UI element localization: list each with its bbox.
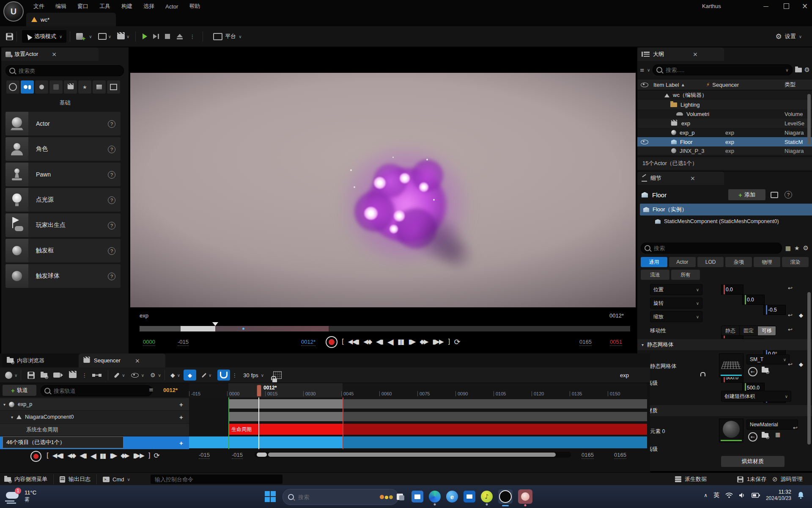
track-search-input[interactable] — [53, 387, 148, 395]
play-icon[interactable] — [143, 33, 147, 39]
fps-dropdown[interactable]: 30 fps ∨ — [243, 372, 264, 378]
scale-dropdown[interactable]: 缩放∨ — [650, 311, 702, 322]
list-item[interactable]: 角色 ? — [5, 137, 121, 161]
place-actor-search[interactable] — [5, 65, 124, 76]
outliner-search[interactable]: ∨ — [653, 64, 792, 75]
browse-to-asset-icon[interactable] — [762, 433, 768, 438]
viewport-time-start[interactable]: 0000 — [143, 339, 155, 345]
content-browser-tab[interactable]: 内容浏览器 — [3, 353, 83, 367]
cinematic-category-icon[interactable] — [64, 80, 77, 94]
table-row[interactable]: wc（编辑器） — [637, 91, 812, 100]
notification-bell-icon[interactable] — [797, 491, 804, 499]
set-end-button[interactable]: ] — [148, 452, 150, 459]
place-actor-tab[interactable]: + 放置Actor × — [1, 47, 99, 61]
eject-icon[interactable] — [177, 34, 183, 39]
list-item[interactable]: Actor ? — [5, 112, 121, 135]
chip-physics[interactable]: 物理 — [754, 257, 780, 267]
table-row[interactable]: Lighting — [637, 100, 812, 109]
clock-widget[interactable]: 11:32 2024/10/23 — [766, 489, 791, 502]
prev-frame-button[interactable]: ◀▮ — [80, 452, 86, 459]
lights-category-icon[interactable] — [35, 80, 48, 94]
add-actor-icon[interactable]: + — [76, 33, 83, 40]
table-row[interactable]: exp_p exp Niagara — [637, 128, 812, 137]
output-log-button[interactable]: 输出日志 — [60, 475, 91, 483]
snap-options-dots-icon[interactable]: ⋮ — [232, 372, 237, 378]
menu-window[interactable]: 窗口 — [72, 3, 94, 10]
view-start-field[interactable]: -015 — [232, 452, 243, 458]
browse-to-asset-icon[interactable] — [762, 368, 768, 373]
filter-icon[interactable]: ≡ — [149, 387, 154, 393]
save-icon[interactable] — [6, 33, 13, 40]
undo-icon[interactable]: ↩ — [788, 285, 793, 291]
blocking-volume-dropdown[interactable]: 创建阻挡体积∨ — [721, 391, 791, 402]
materials-section-header[interactable]: ▾ 材质 — [637, 405, 812, 416]
chevron-down-icon[interactable]: ∨ — [89, 34, 92, 39]
location-z-field[interactable]: -0.5 — [763, 305, 786, 315]
close-icon[interactable]: × — [135, 357, 140, 364]
help-icon[interactable]: ? — [108, 171, 115, 179]
edge-browser-icon[interactable] — [429, 491, 441, 502]
stop-icon[interactable] — [165, 34, 170, 39]
scrub-playhead-marker[interactable] — [212, 322, 218, 326]
play-reverse-button[interactable]: ◀ — [91, 451, 96, 460]
playback-options-icon[interactable]: ⚙ — [150, 372, 156, 378]
next-frame-button[interactable]: ▮▶ — [110, 452, 117, 459]
add-section-button[interactable]: + — [179, 414, 183, 421]
pause-button[interactable]: ▮▮ — [398, 337, 404, 346]
chip-all[interactable]: 所有 — [671, 270, 700, 280]
display-grid-icon[interactable]: ▦ — [785, 245, 791, 251]
filter-icon[interactable]: ≡ — [640, 67, 645, 73]
table-row[interactable]: Volumetri Volume — [637, 109, 812, 119]
undo-icon[interactable]: ↩ — [788, 326, 793, 333]
content-drawer-button[interactable]: 内容侧滑菜单 — [4, 475, 47, 483]
view-end-field[interactable]: 0165 — [582, 452, 594, 458]
details-tab[interactable]: 细节 × — [637, 171, 724, 185]
menu-file[interactable]: 文件 — [28, 3, 50, 10]
start-button[interactable] — [265, 491, 276, 502]
track-row[interactable]: ▾ NiagaraComponent0 + — [0, 411, 189, 423]
outliner-scrollbar[interactable] — [807, 94, 811, 145]
details-search-input[interactable] — [653, 245, 778, 252]
mobility-stationary[interactable]: 固定 — [739, 326, 757, 335]
chip-rendering[interactable]: 渲染 — [782, 257, 809, 267]
scrollbar-cap[interactable] — [257, 453, 267, 457]
add-key-icon[interactable]: ◆ — [799, 361, 803, 367]
geometry-category-icon[interactable] — [93, 80, 106, 94]
sequencer-lanes[interactable]: 生命周期 — [189, 398, 647, 449]
scrollbar-thumb[interactable] — [268, 453, 556, 457]
menu-build[interactable]: 构建 — [116, 3, 138, 10]
blueprint-icon[interactable] — [771, 192, 778, 198]
undo-icon[interactable]: ↩ — [788, 312, 793, 318]
record-button[interactable] — [30, 451, 41, 462]
list-item[interactable]: 触发球体 ? — [5, 264, 121, 288]
expand-icon[interactable]: ▾ — [3, 402, 5, 407]
loop-button[interactable]: ⟳ — [454, 337, 459, 346]
rotation-dropdown[interactable]: 旋转∨ — [650, 298, 702, 309]
render-movie-icon[interactable] — [69, 373, 77, 378]
help-icon[interactable]: ? — [108, 146, 115, 153]
chevron-down-icon[interactable]: ∨ — [785, 68, 788, 72]
recent-category-icon[interactable] — [6, 80, 19, 94]
details-search[interactable] — [641, 243, 782, 254]
viewport[interactable]: exp 0012* 0000 -015 0012* [ ◀◀▮ ◀◆ ◀▮ ◀ … — [130, 47, 636, 353]
menu-edit[interactable]: 编辑 — [50, 3, 72, 10]
eye-icon[interactable] — [641, 140, 648, 144]
chevron-down-icon[interactable]: ∨ — [158, 373, 161, 378]
help-icon[interactable]: ? — [785, 191, 792, 199]
chevron-down-icon[interactable]: ∨ — [126, 34, 129, 39]
maximize-button[interactable] — [778, 0, 794, 12]
chevron-down-icon[interactable]: ∨ — [122, 373, 125, 378]
close-icon[interactable]: × — [693, 51, 698, 58]
wifi-icon[interactable] — [725, 492, 733, 498]
gear-icon[interactable]: ⚙ — [803, 244, 809, 252]
add-section-button[interactable]: + — [179, 401, 183, 408]
next-key-button[interactable]: ◆▶ — [121, 452, 129, 459]
mode-dropdown[interactable]: 选项模式 ∨ — [22, 30, 66, 43]
jump-start-button[interactable]: ◀◀▮ — [52, 452, 63, 459]
wechat-app-icon[interactable] — [518, 489, 532, 504]
location-y-field[interactable]: 0.0 — [742, 295, 765, 305]
minimize-button[interactable]: — — [758, 0, 774, 12]
column-sequencer[interactable]: Sequencer — [712, 82, 739, 88]
skip-icon[interactable] — [153, 34, 159, 39]
chevron-down-icon[interactable]: ∨ — [108, 34, 111, 39]
